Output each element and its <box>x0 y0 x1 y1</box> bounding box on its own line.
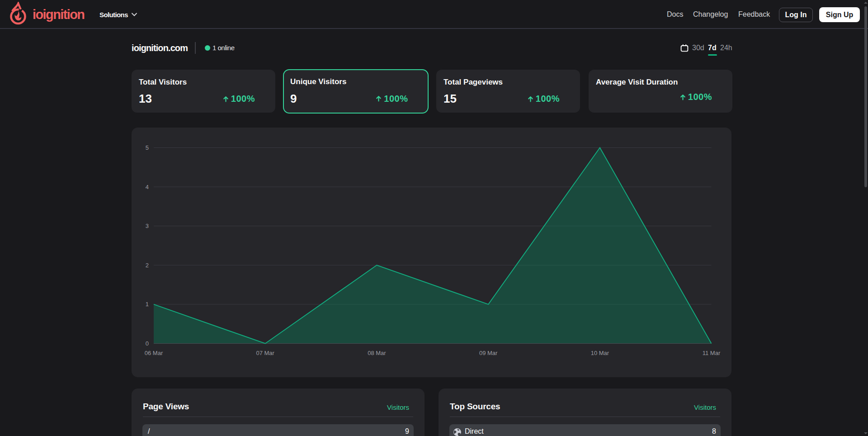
svg-text:5: 5 <box>146 144 149 151</box>
svg-text:3: 3 <box>146 223 149 229</box>
svg-text:10 Mar: 10 Mar <box>591 350 609 356</box>
svg-text:09 Mar: 09 Mar <box>479 350 498 356</box>
svg-text:4: 4 <box>146 184 149 190</box>
svg-text:07 Mar: 07 Mar <box>256 350 274 356</box>
svg-text:11 Mar: 11 Mar <box>703 350 721 356</box>
svg-text:08 Mar: 08 Mar <box>368 350 386 356</box>
svg-text:2: 2 <box>146 262 149 269</box>
svg-text:0: 0 <box>146 340 149 347</box>
svg-text:06 Mar: 06 Mar <box>145 350 163 356</box>
svg-text:1: 1 <box>146 301 149 308</box>
